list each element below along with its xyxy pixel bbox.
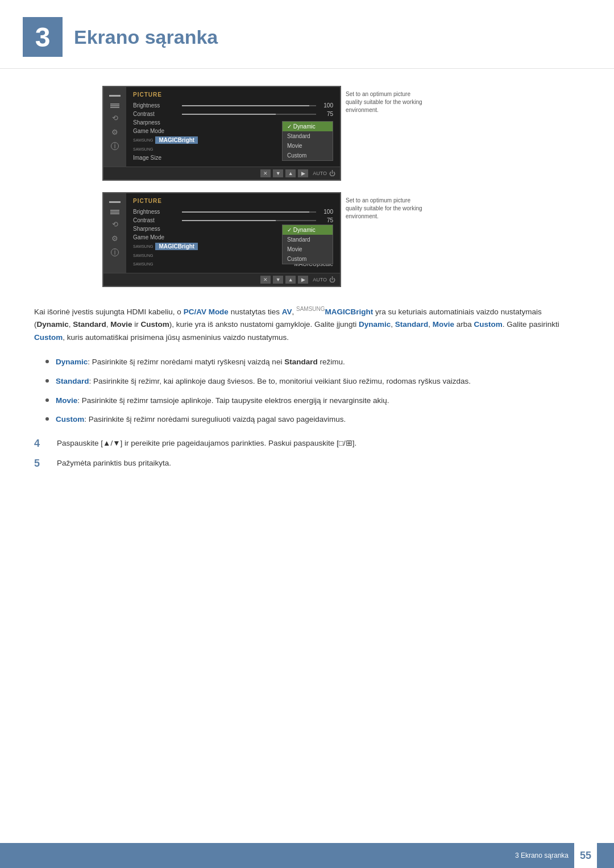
body-paragraph: Kai išorinė įvestis sujungta HDMI kabeli… <box>34 304 580 344</box>
brightness-value-1: 100 <box>320 102 333 109</box>
magic-bright-badge-2: MAGICBright <box>155 243 198 250</box>
bullet-dot-custom <box>45 417 49 421</box>
btn-up-1: ▲ <box>285 169 296 177</box>
sidebar-icon-info-2: i <box>111 248 119 256</box>
dropdown-item-dynamic-1: Dynamic <box>283 122 333 131</box>
hint-box-2: Set to an optimum picture quality suitab… <box>341 192 432 225</box>
menu-title-2: PICTURE <box>133 198 333 204</box>
hint-text-2: Set to an optimum picture quality suitab… <box>346 197 422 219</box>
bullet-dot-dynamic <box>45 360 49 363</box>
dropdown-item-movie-2: Movie <box>283 244 333 254</box>
menu-item-brightness-1: Brightness 100 <box>133 101 333 110</box>
dropdown-1: Dynamic Standard Movie Custom <box>282 121 333 161</box>
magic-bright-badge-1: MAGICBright <box>155 136 198 144</box>
bullet-custom-label: Custom <box>56 415 84 423</box>
page-footer: 3 Ekrano sąranka 55 <box>0 843 614 868</box>
sidebar-icon-gear: ⚙ <box>111 128 118 136</box>
contrast-label-1: Contrast <box>133 111 179 117</box>
btn-down-1: ▼ <box>273 169 283 177</box>
brightness-bar-fill-2 <box>182 211 309 213</box>
contrast-label-2: Contrast <box>133 217 179 223</box>
brightness-bar-1 <box>182 105 316 106</box>
monitor-bottom-bar-1: ✕ ▼ ▲ ▶ AUTO ⏻ <box>103 167 340 180</box>
brightness-bar-fill-1 <box>182 105 309 106</box>
samsung-superscript: SAMSUNG <box>296 306 325 312</box>
imagesize-label-1: Image Size <box>133 155 179 161</box>
brightness-label-1: Brightness <box>133 102 179 109</box>
inline-custom2: Custom <box>474 320 503 329</box>
bullet-dot-movie <box>45 398 49 402</box>
step-number-4: 4 <box>34 437 51 450</box>
contrast-value-2: 75 <box>320 217 333 223</box>
samsung-brand-upscale-1: SAMSUNG <box>133 147 153 151</box>
menu-item-brightness-2: Brightness 100 <box>133 207 333 216</box>
menu-item-contrast-2: Contrast 75 <box>133 216 333 225</box>
btn-enter-2: ▶ <box>298 276 308 284</box>
btn-up-2: ▲ <box>285 276 296 284</box>
inline-av: AV <box>282 308 292 316</box>
bullet-text-dynamic: Dynamic: Pasirinkite šį režimr norėdami … <box>56 356 345 368</box>
inline-standard2: Standard <box>395 320 429 329</box>
bullet-dot-standard <box>45 379 49 383</box>
contrast-bar-fill-2 <box>182 220 276 221</box>
brightness-value-2: 100 <box>320 209 333 215</box>
inline-standard: Standard <box>73 320 106 329</box>
dropdown-item-dynamic-2: Dynamic <box>283 225 333 235</box>
btn-enter-1: ▶ <box>298 169 308 177</box>
btn-x-2: ✕ <box>260 276 271 284</box>
bullet-dynamic-label: Dynamic <box>56 358 88 366</box>
monitor-sidebar-1: ▬▬ ⟲ ⚙ i <box>103 87 126 167</box>
sidebar-icon-lines <box>110 103 119 108</box>
contrast-bar-2 <box>182 220 316 221</box>
sidebar-icon-gear-2: ⚙ <box>111 234 118 243</box>
main-content: ▬▬ ⟲ ⚙ i PICTURE <box>0 69 614 511</box>
bullet-item-custom: Custom: Pasirinkite šį režimr norėdami s… <box>45 413 580 426</box>
bottom-power-2: ⏻ <box>329 276 335 283</box>
bullet-item-movie: Movie: Pasirinkite šį režimr tamsioje ap… <box>45 394 580 407</box>
dropdown-item-movie-1: Movie <box>283 141 333 151</box>
contrast-bar-1 <box>182 114 316 115</box>
dropdown-item-custom-2: Custom <box>283 254 333 264</box>
monitor-screen-1: ▬▬ ⟲ ⚙ i PICTURE <box>102 86 341 181</box>
gamemode-label-1: Game Mode <box>133 128 179 134</box>
menu-item-contrast-1: Contrast 75 <box>133 110 333 118</box>
bullet-text-standard: Standard: Pasirinkite šį režimr, kai apl… <box>56 375 471 388</box>
dropdown-item-custom-1: Custom <box>283 151 333 160</box>
bottom-power-1: ⏻ <box>329 170 335 177</box>
samsung-brand-angle-2: SAMSUNG <box>133 254 153 258</box>
bullet-movie-label: Movie <box>56 396 77 405</box>
inline-dynamic: Dynamic <box>37 320 69 329</box>
monitor-menu-1: PICTURE Brightness 100 Contrast <box>126 87 340 167</box>
btn-x-1: ✕ <box>260 169 271 177</box>
contrast-value-1: 75 <box>320 111 333 117</box>
monitor-screenshot-1: ▬▬ ⟲ ⚙ i PICTURE <box>102 86 512 181</box>
brightness-bar-2 <box>182 211 316 213</box>
inline-movie: Movie <box>110 320 132 329</box>
chapter-title: Ekrano sąranka <box>74 26 218 48</box>
monitor-screen-2: ▬▬ ⟲ ⚙ i PICTURE <box>102 192 341 287</box>
sharpness-label-1: Sharpness <box>133 119 179 126</box>
footer-label: 3 Ekrano sąranka <box>515 852 569 859</box>
hint-text-1: Set to an optimum picture quality suitab… <box>346 91 422 113</box>
step-text-5: Pažymėta parinktis bus pritaikyta. <box>57 457 171 470</box>
btn-down-2: ▼ <box>273 276 283 284</box>
footer-page-number: 55 <box>574 843 597 868</box>
menu-title-1: PICTURE <box>133 92 333 98</box>
bullet-item-standard: Standard: Pasirinkite šį režimr, kai apl… <box>45 375 580 388</box>
gamemode-label-2: Game Mode <box>133 234 179 240</box>
page-header: 3 Ekrano sąranka <box>0 0 614 69</box>
sidebar-icon-arrows: ⟲ <box>112 114 118 122</box>
step-text-4: Paspauskite [▲/▼] ir pereikite prie page… <box>57 437 356 450</box>
dropdown-item-standard-2: Standard <box>283 235 333 244</box>
samsung-brand-upscale-2: SAMSUNG <box>133 262 153 266</box>
inline-movie2: Movie <box>433 320 454 329</box>
dropdown-item-standard-1: Standard <box>283 131 333 141</box>
brightness-label-2: Brightness <box>133 209 179 215</box>
step-5: 5 Pažymėta parinktis bus pritaikyta. <box>34 457 580 470</box>
samsung-brand-2: SAMSUNG <box>133 244 153 248</box>
inline-magic-bright: MAGICBright <box>325 308 374 316</box>
sidebar-icon-info: i <box>111 142 119 150</box>
inline-custom: Custom <box>141 320 169 329</box>
monitor-menu-2: PICTURE Brightness 100 Contrast <box>126 193 340 273</box>
screenshots-container: ▬▬ ⟲ ⚙ i PICTURE <box>34 86 580 287</box>
